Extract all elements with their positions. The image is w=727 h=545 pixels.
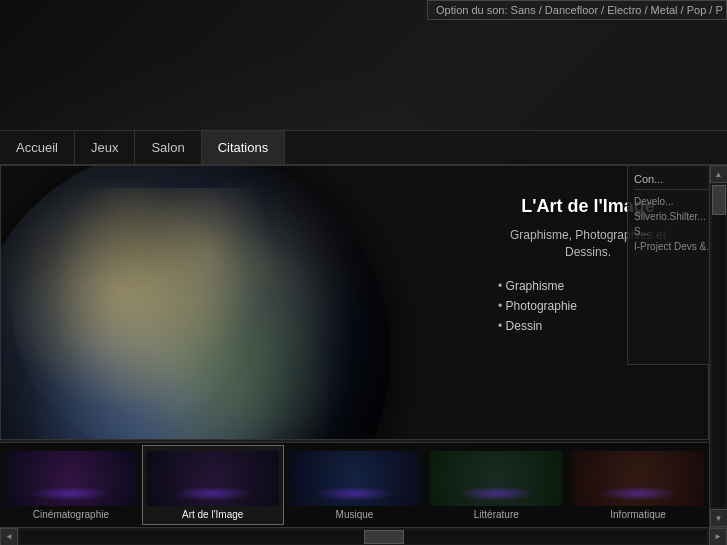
thumbnails-bar: Cinématographie Art de l'Image Musique L… bbox=[0, 442, 709, 527]
nav-item-salon[interactable]: Salon bbox=[135, 131, 201, 164]
thumb-glow-cinematographie bbox=[31, 486, 110, 501]
thumb-glow-informatique bbox=[599, 486, 678, 501]
thumbnail-img-art bbox=[147, 451, 279, 506]
navigation-bar: Accueil Jeux Salon Citations bbox=[0, 130, 727, 165]
thumbnail-cinematographie[interactable]: Cinématographie bbox=[0, 445, 142, 525]
scroll-down-button[interactable]: ▼ bbox=[710, 509, 728, 527]
scrollbar-right: ▲ ▼ bbox=[709, 165, 727, 527]
scroll-track-bottom[interactable] bbox=[20, 530, 707, 544]
earth-container bbox=[0, 165, 421, 440]
side-info-header: Con... bbox=[634, 172, 720, 190]
thumbnail-label-musique: Musique bbox=[336, 509, 374, 520]
side-info-line1: Develo... bbox=[634, 194, 720, 209]
thumbnail-label-art: Art de l'Image bbox=[182, 509, 243, 520]
nav-item-citations[interactable]: Citations bbox=[202, 131, 286, 164]
side-info-line3: S... bbox=[634, 224, 720, 239]
side-info-line2: Silverio.Shilter... bbox=[634, 209, 720, 224]
thumbnail-img-musique bbox=[289, 451, 421, 506]
thumbnail-label-informatique: Informatique bbox=[610, 509, 666, 520]
scroll-thumb-bottom[interactable] bbox=[364, 530, 404, 544]
thumbnail-img-cinematographie bbox=[5, 451, 137, 506]
thumbnail-img-litterature bbox=[430, 451, 562, 506]
scroll-up-button[interactable]: ▲ bbox=[710, 165, 728, 183]
scroll-thumb-right[interactable] bbox=[712, 185, 726, 215]
nav-item-jeux[interactable]: Jeux bbox=[75, 131, 135, 164]
scrollbar-bottom: ◄ ► bbox=[0, 527, 727, 545]
thumb-glow-musique bbox=[315, 486, 394, 501]
thumbnail-label-cinematographie: Cinématographie bbox=[33, 509, 109, 520]
earth-clouds bbox=[13, 167, 349, 440]
thumbnail-musique[interactable]: Musique bbox=[284, 445, 426, 525]
thumbnail-label-litterature: Littérature bbox=[474, 509, 519, 520]
side-info-line4: I-Project Devs &... bbox=[634, 239, 720, 254]
thumbnail-informatique[interactable]: Informatique bbox=[567, 445, 709, 525]
side-info-content: Develo... Silverio.Shilter... S... I-Pro… bbox=[634, 194, 720, 254]
main-content-area: L'Art de l'Image Graphisme, Photographie… bbox=[0, 165, 709, 440]
earth-sphere bbox=[0, 165, 391, 440]
thumb-glow-litterature bbox=[457, 486, 536, 501]
sound-options-text: Option du son: Sans / Dancefloor / Elect… bbox=[436, 4, 723, 16]
thumbnail-img-informatique bbox=[572, 451, 704, 506]
thumbnail-litterature[interactable]: Littérature bbox=[425, 445, 567, 525]
scroll-left-button[interactable]: ◄ bbox=[0, 528, 18, 546]
thumb-glow-art bbox=[173, 486, 252, 501]
scroll-track-right[interactable] bbox=[712, 185, 726, 507]
thumbnail-art-image[interactable]: Art de l'Image bbox=[142, 445, 284, 525]
sound-options-bar[interactable]: Option du son: Sans / Dancefloor / Elect… bbox=[427, 0, 727, 20]
nav-item-accueil[interactable]: Accueil bbox=[0, 131, 75, 164]
scroll-right-button[interactable]: ► bbox=[709, 528, 727, 546]
